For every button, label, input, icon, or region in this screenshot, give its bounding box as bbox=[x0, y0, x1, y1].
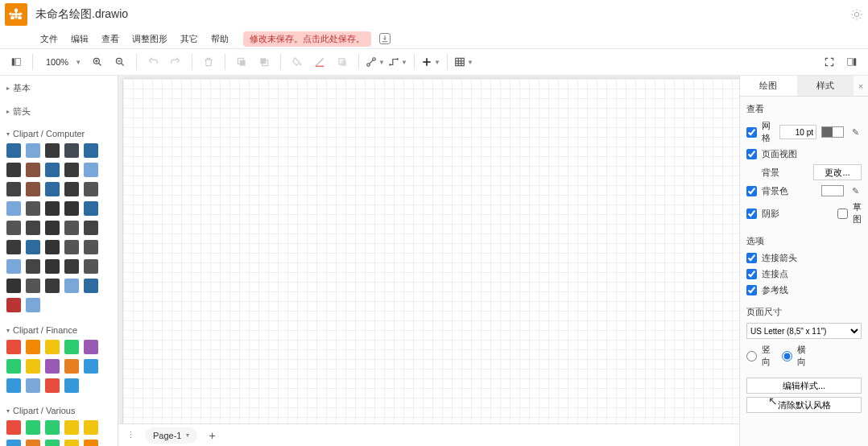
bgcolor-checkbox[interactable] bbox=[746, 186, 757, 196]
clipart-shape[interactable] bbox=[64, 221, 79, 235]
clipart-shape[interactable] bbox=[26, 240, 40, 254]
to-front-icon[interactable] bbox=[232, 52, 251, 72]
clipart-shape[interactable] bbox=[6, 259, 21, 274]
sidebar-cat-various[interactable]: ▾Clipart / Various bbox=[5, 403, 116, 419]
clipart-shape[interactable] bbox=[45, 359, 60, 374]
document-title[interactable]: 未命名绘图.drawio bbox=[35, 7, 128, 22]
clipart-shape[interactable] bbox=[45, 221, 60, 235]
clipart-shape[interactable] bbox=[64, 440, 79, 446]
menu-file[interactable]: 文件 bbox=[35, 31, 63, 47]
drawing-page[interactable] bbox=[123, 79, 739, 423]
clipart-shape[interactable] bbox=[6, 143, 21, 158]
shadow-checkbox[interactable] bbox=[746, 209, 757, 219]
toggle-sidebar-icon[interactable] bbox=[6, 52, 26, 72]
menu-arrange[interactable]: 调整图形 bbox=[127, 31, 172, 47]
clipart-shape[interactable] bbox=[26, 182, 40, 196]
format-panel-icon[interactable] bbox=[842, 52, 862, 72]
grid-color-edit-icon[interactable]: ✎ bbox=[849, 126, 862, 138]
clipart-shape[interactable] bbox=[6, 201, 21, 216]
pageview-checkbox[interactable] bbox=[746, 149, 757, 159]
guides-checkbox[interactable] bbox=[746, 285, 757, 295]
waypoints-icon[interactable]: ▼ bbox=[388, 52, 407, 72]
conn-arrows-checkbox[interactable] bbox=[746, 253, 757, 263]
tab-diagram[interactable]: 绘图 bbox=[740, 76, 797, 96]
redo-icon[interactable] bbox=[166, 52, 185, 72]
sidebar-cat-arrows[interactable]: ▸箭头 bbox=[5, 102, 116, 121]
clipart-shape[interactable] bbox=[6, 359, 21, 374]
download-icon[interactable] bbox=[379, 33, 391, 44]
clipart-shape[interactable] bbox=[64, 143, 79, 158]
clipart-shape[interactable] bbox=[45, 420, 60, 435]
clipart-shape[interactable] bbox=[64, 340, 79, 354]
tab-style[interactable]: 样式 bbox=[797, 76, 854, 96]
change-bg-button[interactable]: 更改... bbox=[813, 164, 862, 180]
grid-checkbox[interactable] bbox=[746, 127, 757, 138]
bgcolor-swatch[interactable] bbox=[821, 185, 844, 196]
clipart-shape[interactable] bbox=[26, 298, 40, 312]
connection-icon[interactable]: ▼ bbox=[366, 52, 385, 72]
grid-color-swatch[interactable] bbox=[821, 126, 844, 138]
conn-points-checkbox[interactable] bbox=[746, 269, 757, 279]
clipart-shape[interactable] bbox=[64, 359, 79, 374]
clipart-shape[interactable] bbox=[84, 163, 98, 177]
clipart-shape[interactable] bbox=[26, 143, 40, 158]
bgcolor-edit-icon[interactable]: ✎ bbox=[849, 184, 862, 197]
page-tab-1[interactable]: Page-1▾ bbox=[145, 427, 197, 444]
clipart-shape[interactable] bbox=[84, 420, 98, 435]
sidebar-cat-computer[interactable]: ▾Clipart / Computer bbox=[5, 126, 116, 142]
clipart-shape[interactable] bbox=[26, 420, 40, 435]
canvas-scroll[interactable] bbox=[118, 76, 739, 423]
clipart-shape[interactable] bbox=[64, 279, 79, 293]
clipart-shape[interactable] bbox=[45, 240, 60, 254]
clipart-shape[interactable] bbox=[45, 279, 60, 293]
clipart-shape[interactable] bbox=[45, 259, 60, 274]
menu-view[interactable]: 查看 bbox=[97, 31, 124, 47]
clipart-shape[interactable] bbox=[45, 378, 60, 393]
clipart-shape[interactable] bbox=[84, 240, 98, 254]
sidebar-cat-finance[interactable]: ▾Clipart / Finance bbox=[5, 322, 116, 338]
zoom-out-icon[interactable] bbox=[110, 52, 130, 72]
zoom-in-icon[interactable] bbox=[88, 52, 107, 72]
unsaved-banner[interactable]: 修改未保存。点击此处保存。 bbox=[243, 31, 371, 47]
clipart-shape[interactable] bbox=[84, 340, 98, 354]
clipart-shape[interactable] bbox=[6, 221, 21, 235]
grid-size-input[interactable] bbox=[779, 125, 816, 139]
clipart-shape[interactable] bbox=[6, 240, 21, 254]
clipart-shape[interactable] bbox=[26, 259, 40, 274]
landscape-radio[interactable] bbox=[782, 351, 792, 361]
clipart-shape[interactable] bbox=[84, 143, 98, 158]
clipart-shape[interactable] bbox=[64, 378, 79, 393]
clipart-shape[interactable] bbox=[84, 221, 98, 235]
page-size-select[interactable]: US Letter (8,5" x 11") bbox=[746, 323, 862, 339]
menu-extras[interactable]: 其它 bbox=[176, 31, 203, 47]
menu-help[interactable]: 帮助 bbox=[206, 31, 234, 47]
clipart-shape[interactable] bbox=[26, 340, 40, 354]
clipart-shape[interactable] bbox=[64, 240, 79, 254]
pages-menu-icon[interactable]: ⋮ bbox=[123, 430, 138, 440]
clipart-shape[interactable] bbox=[84, 201, 98, 216]
shadow-toggle-icon[interactable] bbox=[333, 52, 352, 72]
clipart-shape[interactable] bbox=[84, 440, 98, 446]
clipart-shape[interactable] bbox=[6, 279, 21, 293]
clipart-shape[interactable] bbox=[6, 340, 21, 354]
clipart-shape[interactable] bbox=[26, 378, 40, 393]
undo-icon[interactable] bbox=[143, 52, 163, 72]
clipart-shape[interactable] bbox=[84, 359, 98, 374]
sketch-checkbox[interactable] bbox=[837, 209, 848, 219]
fullscreen-icon[interactable] bbox=[820, 52, 839, 72]
line-color-icon[interactable] bbox=[310, 52, 329, 72]
edit-style-button[interactable]: 编辑样式... bbox=[746, 378, 862, 394]
zoom-control[interactable]: 100%▼ bbox=[39, 57, 85, 67]
clipart-shape[interactable] bbox=[26, 279, 40, 293]
clipart-shape[interactable] bbox=[84, 182, 98, 196]
clear-style-button[interactable]: 清除默认风格 bbox=[746, 397, 862, 413]
clipart-shape[interactable] bbox=[45, 340, 60, 354]
clipart-shape[interactable] bbox=[45, 201, 60, 216]
clipart-shape[interactable] bbox=[64, 201, 79, 216]
clipart-shape[interactable] bbox=[45, 163, 60, 177]
clipart-shape[interactable] bbox=[26, 163, 40, 177]
insert-icon[interactable]: ▼ bbox=[421, 52, 440, 72]
theme-icon[interactable] bbox=[850, 8, 863, 21]
fill-color-icon[interactable] bbox=[287, 52, 307, 72]
clipart-shape[interactable] bbox=[6, 182, 21, 196]
